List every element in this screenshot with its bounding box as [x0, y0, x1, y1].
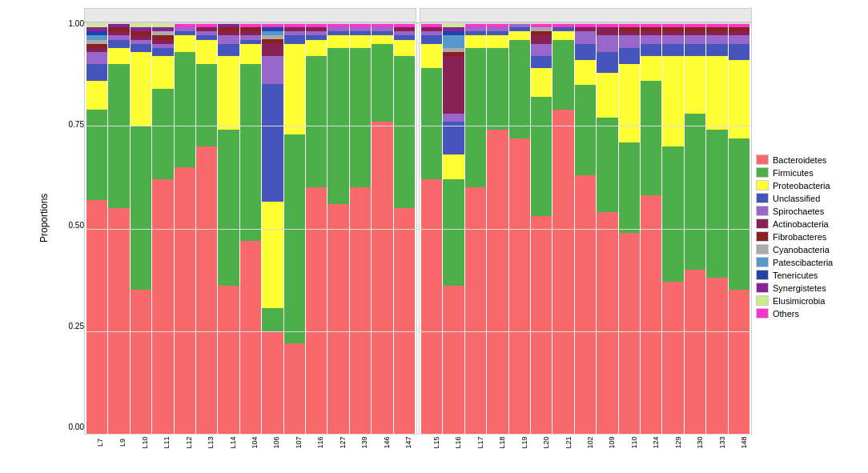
bar-col: [662, 23, 683, 434]
bar-col: [240, 23, 261, 434]
bar-segment-proteobacteria: [196, 40, 217, 65]
bar-segment-unclassified: [443, 122, 464, 154]
bar-segment-bacteroidetes: [619, 233, 640, 434]
legend-swatch: [756, 295, 769, 306]
x-label: 107: [283, 436, 304, 465]
bar-col: [575, 23, 596, 434]
bar-segment-proteobacteria: [394, 40, 415, 57]
bar-segment-firmicutes: [619, 142, 640, 233]
bar-segment-bacteroidetes: [262, 332, 283, 434]
bar-segment-unclassified: [619, 48, 640, 65]
bar-col: [86, 23, 107, 434]
bar-col: [641, 23, 661, 434]
bar-segment-proteobacteria: [108, 48, 129, 65]
chart-area: L7L9L10L11L12L13L14104106107116127139146…: [84, 8, 752, 465]
x-label: 130: [685, 436, 706, 465]
x-label: 148: [729, 436, 750, 465]
bar-segment-proteobacteria: [509, 31, 530, 39]
bar-col: [509, 23, 530, 434]
bar-col: [175, 23, 195, 434]
bar-col: [597, 23, 617, 434]
bar-segment-firmicutes: [509, 40, 530, 138]
bar-segment-bacteroidetes: [152, 179, 173, 434]
bar-col: [487, 23, 508, 434]
x-label: L14: [218, 436, 239, 465]
bar-segment-unclassified: [729, 44, 749, 61]
x-label: 102: [575, 436, 596, 465]
legend-label: Tenericutes: [773, 271, 818, 280]
unpelleted-bars-group: [420, 23, 751, 434]
x-label: 110: [619, 436, 640, 465]
legend-item-spirochaetes: Spirochaetes: [756, 206, 856, 216]
bar-col: [553, 23, 573, 434]
bar-col: [306, 23, 327, 434]
bar-col: [421, 23, 442, 434]
bar-segment-proteobacteria: [175, 35, 195, 52]
bar-segment-proteobacteria: [372, 35, 392, 43]
bar-segment-patescibacteria: [443, 35, 464, 47]
bar-segment-unclassified: [597, 52, 617, 73]
bar-segment-spirochaetes: [729, 35, 749, 43]
legend-label: Actinobacteria: [773, 219, 829, 229]
bar-col: [372, 23, 392, 434]
legend-item-proteobacteria: Proteobacteria: [756, 180, 856, 190]
bar-segment-firmicutes: [641, 81, 661, 196]
legend-label: Fibrobacteres: [773, 232, 826, 242]
bar-segment-spirochaetes: [662, 35, 683, 43]
bar-segment-firmicutes: [553, 40, 573, 110]
x-label: L9: [107, 436, 128, 465]
legend-item-unclassified: Unclassified: [756, 193, 856, 203]
facet-label-unpelleted: [420, 8, 752, 22]
bar-segment-firmicutes: [306, 56, 327, 187]
legend-item-elusimicrobia: Elusimicrobia: [756, 295, 856, 306]
bar-segment-bacteroidetes: [443, 286, 464, 434]
bar-segment-bacteroidetes: [553, 110, 573, 434]
bar-segment-bacteroidetes: [218, 286, 239, 434]
bar-segment-bacteroidetes: [685, 270, 705, 434]
x-label: 116: [306, 436, 327, 465]
bar-segment-firmicutes: [394, 56, 415, 208]
bar-segment-proteobacteria: [218, 56, 239, 130]
bar-segment-unclassified: [421, 35, 442, 43]
bar-segment-bacteroidetes: [306, 187, 327, 434]
legend-swatch: [756, 308, 769, 319]
x-label: 133: [707, 436, 728, 465]
bar-segment-firmicutes: [350, 48, 371, 187]
legend-swatch: [756, 167, 769, 178]
bar-segment-proteobacteria: [131, 52, 151, 126]
bar-col: [531, 23, 552, 434]
bar-segment-proteobacteria: [729, 60, 749, 138]
legend-swatch: [756, 206, 769, 216]
bar-col: [394, 23, 415, 434]
bar-segment-spirochaetes: [86, 52, 107, 64]
bar-segment-bacteroidetes: [108, 208, 129, 434]
legend-swatch: [756, 244, 769, 255]
legend-label: Bacteroidetes: [773, 155, 826, 165]
bar-segment-spirochaetes: [641, 35, 661, 43]
x-label: 127: [328, 436, 348, 465]
bar-col: [218, 23, 239, 434]
legend-label: Patescibacteria: [773, 258, 833, 267]
bar-segment-unclassified: [86, 64, 107, 81]
bar-segment-unclassified: [641, 44, 661, 56]
bar-col: [706, 23, 727, 434]
legend-swatch: [756, 231, 769, 242]
bar-segment-spirochaetes: [262, 56, 283, 85]
bar-segment-unclassified: [218, 44, 239, 56]
bar-segment-firmicutes: [729, 138, 749, 291]
bar-segment-firmicutes: [196, 64, 217, 146]
bar-segment-unclassified: [108, 40, 129, 48]
y-tick-100: 1.00: [69, 19, 84, 28]
legend-label: Firmicutes: [773, 168, 814, 178]
x-label: L20: [531, 436, 552, 465]
legend: BacteroidetesFirmicutesProteobacteriaUnc…: [752, 8, 860, 465]
bar-segment-bacteroidetes: [575, 175, 596, 434]
bar-segment-bacteroidetes: [175, 167, 195, 434]
bar-segment-proteobacteria: [597, 73, 617, 118]
x-label: 109: [597, 436, 618, 465]
y-ticks: 1.00 0.75 0.50 0.25 0.00: [46, 19, 84, 431]
bar-segment-firmicutes: [152, 89, 173, 179]
bar-segment-bacteroidetes: [662, 282, 683, 434]
y-tick-50: 0.50: [69, 221, 84, 230]
bar-segment-firmicutes: [328, 48, 348, 204]
